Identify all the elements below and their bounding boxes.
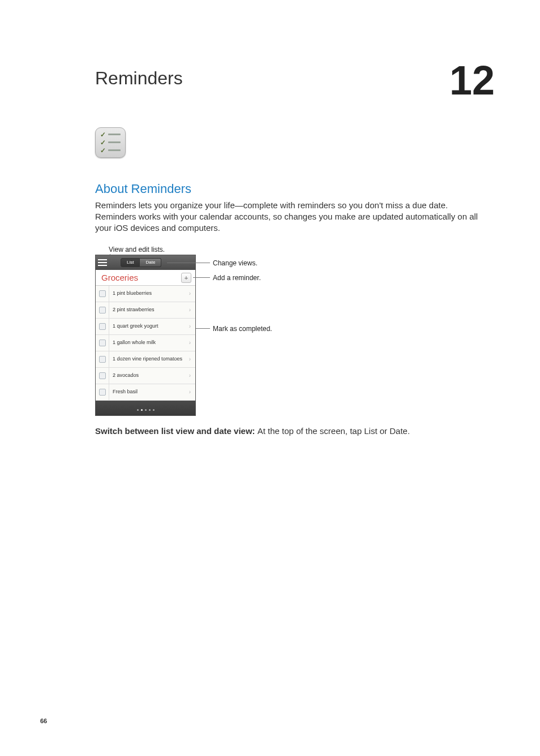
- reminder-label: 1 quart greek yogurt: [109, 320, 189, 332]
- seg-list[interactable]: List: [121, 258, 140, 267]
- reminder-label: 2 avocados: [109, 370, 189, 381]
- chevron-right-icon: ›: [189, 323, 195, 329]
- menu-icon[interactable]: [98, 259, 107, 267]
- reminder-label: Fresh basil: [109, 386, 189, 397]
- list-item[interactable]: Fresh basil ›: [96, 384, 195, 401]
- callout-mark-completed: Mark as completed.: [213, 325, 272, 333]
- checkbox-icon[interactable]: [99, 356, 106, 363]
- callout-change-views: Change views.: [213, 259, 258, 267]
- list-item[interactable]: 1 quart greek yogurt ›: [96, 319, 195, 335]
- chevron-right-icon: ›: [189, 372, 195, 379]
- chevron-right-icon: ›: [189, 340, 195, 346]
- chevron-right-icon: ›: [189, 307, 195, 313]
- chevron-right-icon: ›: [189, 389, 195, 395]
- checkmark-icon: ✓: [100, 140, 106, 145]
- page-number: 66: [40, 718, 47, 724]
- checkbox-icon[interactable]: [99, 323, 106, 330]
- list-item[interactable]: 2 avocados ›: [96, 368, 195, 384]
- plus-icon: +: [185, 274, 188, 281]
- list-item[interactable]: 1 gallon whole milk ›: [96, 335, 195, 351]
- list-item[interactable]: 1 pint blueberries ›: [96, 286, 195, 302]
- reminder-label: 1 gallon whole milk: [109, 337, 189, 348]
- page-indicator: [96, 401, 195, 415]
- reminders-app-icon: ✓ ✓ ✓: [95, 127, 126, 158]
- callout-view-edit-lists: View and edit lists.: [109, 246, 495, 254]
- checkbox-icon[interactable]: [99, 372, 106, 379]
- chevron-right-icon: ›: [189, 356, 195, 362]
- checkbox-icon[interactable]: [99, 307, 106, 313]
- instruction-line: Switch between list view and date view: …: [95, 426, 495, 436]
- checkmark-icon: ✓: [100, 148, 106, 153]
- reminder-label: 1 dozen vine ripened tomatoes: [109, 353, 189, 364]
- view-segmented-control[interactable]: List Date: [121, 258, 161, 267]
- chapter-title: Reminders: [95, 68, 183, 89]
- section-heading: About Reminders: [95, 182, 495, 196]
- chapter-header: Reminders 12: [95, 68, 495, 99]
- chevron-right-icon: ›: [189, 290, 195, 297]
- list-item[interactable]: 1 dozen vine ripened tomatoes ›: [96, 351, 195, 368]
- reminder-label: 2 pint strawberries: [109, 304, 189, 315]
- checkbox-icon[interactable]: [99, 290, 106, 297]
- list-item[interactable]: 2 pint strawberries ›: [96, 302, 195, 319]
- intro-paragraph: Reminders lets you organize your life—co…: [95, 200, 480, 234]
- add-reminder-button[interactable]: +: [181, 273, 191, 283]
- checkbox-icon[interactable]: [99, 340, 106, 346]
- seg-date[interactable]: Date: [140, 258, 161, 267]
- checkmark-icon: ✓: [100, 132, 106, 138]
- chapter-number: 12: [449, 62, 495, 99]
- callout-add-reminder: Add a reminder.: [213, 274, 261, 282]
- checkbox-icon[interactable]: [99, 389, 106, 396]
- list-title: Groceries: [101, 273, 138, 282]
- reminders-screenshot: List Date Groceries + 1 pint blueberries…: [95, 255, 196, 416]
- reminder-list: 1 pint blueberries › 2 pint strawberries…: [96, 286, 195, 401]
- reminder-label: 1 pint blueberries: [109, 287, 189, 299]
